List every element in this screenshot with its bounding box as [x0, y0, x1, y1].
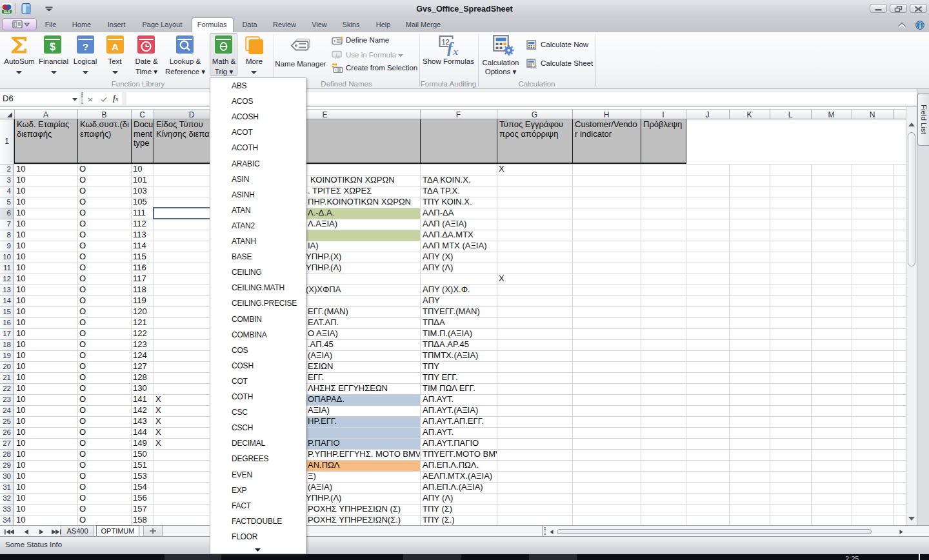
- svg-text:fx: fx: [335, 53, 340, 59]
- svg-text:i: i: [919, 23, 921, 29]
- svg-text:x: x: [453, 46, 459, 56]
